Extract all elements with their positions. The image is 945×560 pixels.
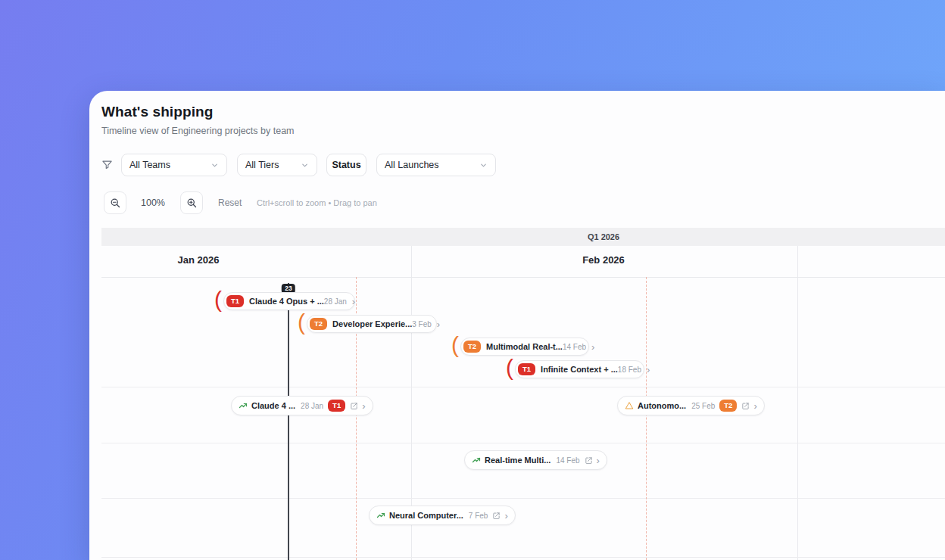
external-link-icon[interactable] — [492, 512, 501, 520]
launches-filter-value: All Launches — [385, 160, 439, 170]
chevron-down-icon — [211, 161, 219, 170]
project-bar[interactable]: T2 Developer Experie... 3 Feb › — [307, 315, 437, 333]
row-divider — [101, 443, 945, 443]
project-bar-row: ( T2 Developer Experie... 3 Feb › — [298, 315, 437, 333]
project-date: 18 Feb — [618, 366, 641, 374]
tiers-filter-select[interactable]: All Tiers — [237, 154, 317, 176]
chevron-right-icon: › — [647, 365, 650, 375]
zoom-out-button[interactable] — [104, 191, 126, 214]
chevron-down-icon — [301, 161, 309, 170]
timeline-canvas[interactable]: Q1 2026 Jan 2026 Feb 2026 23 ( T1 Claude… — [101, 228, 945, 560]
project-bar-row: ( T1 Claude 4 Opus + ... 28 Jan › — [214, 292, 355, 310]
quarter-label: Q1 2026 — [588, 232, 619, 241]
tier-badge: T1 — [328, 400, 345, 412]
status-filter-button[interactable]: Status — [326, 154, 366, 176]
launch-title: Real-time Multi... — [485, 456, 550, 465]
chevron-right-icon: › — [362, 401, 365, 411]
trending-up-icon — [376, 511, 385, 520]
tier-badge: T2 — [310, 318, 327, 330]
project-bar[interactable]: T1 Claude 4 Opus + ... 28 Jan › — [223, 292, 355, 310]
chevron-right-icon: › — [597, 456, 600, 465]
launches-filter-select[interactable]: All Launches — [376, 154, 496, 176]
quarter-header-band: Q1 2026 — [101, 228, 945, 246]
tier-badge: T1 — [518, 363, 535, 375]
zoom-toolbar: 100% Reset Ctrl+scroll to zoom • Drag to… — [89, 191, 945, 214]
external-link-icon[interactable] — [585, 456, 593, 465]
project-bar[interactable]: T1 Infinite Context + ... 18 Feb › — [515, 360, 644, 378]
project-title: Developer Experie... — [332, 319, 412, 328]
tiers-filter-value: All Tiers — [245, 160, 279, 170]
external-link-icon[interactable] — [741, 402, 750, 410]
teams-filter-select[interactable]: All Teams — [121, 154, 227, 176]
launch-title: Neural Computer... — [389, 511, 463, 520]
external-link-icon[interactable] — [350, 402, 358, 410]
bar-start-bracket-icon: ( — [298, 314, 305, 331]
project-title: Claude 4 Opus + ... — [249, 297, 324, 306]
chevron-down-icon — [479, 161, 488, 170]
chevron-right-icon: › — [352, 297, 355, 306]
chevron-right-icon: › — [591, 342, 594, 352]
launch-date: 25 Feb — [691, 402, 715, 410]
tier-badge: T1 — [226, 295, 244, 307]
teams-filter-value: All Teams — [129, 160, 170, 170]
warning-icon — [625, 401, 634, 410]
project-date: 14 Feb — [563, 343, 586, 351]
magnifier-plus-icon — [186, 198, 198, 209]
chevron-right-icon: › — [504, 511, 507, 521]
chevron-right-icon: › — [753, 401, 756, 411]
today-marker-line — [288, 283, 289, 560]
page-subtitle: Timeline view of Engineering projects by… — [101, 126, 295, 136]
tier-badge: T2 — [463, 341, 481, 353]
row-divider — [101, 387, 945, 387]
launch-item[interactable]: Neural Computer... 7 Feb › — [369, 506, 516, 525]
filter-funnel-icon — [101, 159, 113, 170]
launch-title: Claude 4 ... — [251, 401, 295, 410]
project-bar[interactable]: T2 Multimodal Real-t... 14 Feb › — [460, 338, 589, 356]
project-bar-row: ( T2 Multimodal Real-t... 14 Feb › — [451, 338, 589, 356]
launch-item[interactable]: Claude 4 ... 28 Jan T1 › — [231, 396, 373, 415]
filter-bar: All Teams All Tiers Status All Launches — [89, 154, 945, 176]
pan-zoom-hint: Ctrl+scroll to zoom • Drag to pan — [257, 198, 377, 207]
month-label-feb: Feb 2026 — [582, 254, 625, 266]
bar-start-bracket-icon: ( — [451, 337, 459, 353]
zoom-level-value: 100% — [132, 198, 174, 208]
row-divider — [101, 498, 945, 499]
tier-badge: T2 — [719, 400, 737, 412]
launch-title: Autonomo... — [638, 401, 686, 410]
bar-start-bracket-icon: ( — [506, 359, 513, 376]
project-date: 3 Feb — [412, 320, 432, 328]
launch-date: 28 Jan — [301, 402, 323, 410]
month-label-jan: Jan 2026 — [178, 254, 220, 266]
month-gridline — [797, 246, 798, 560]
launch-date-marker-line — [646, 277, 647, 560]
bar-start-bracket-icon: ( — [214, 291, 222, 308]
trending-up-icon — [239, 401, 248, 410]
project-title: Multimodal Real-t... — [486, 342, 563, 351]
project-date: 28 Jan — [324, 297, 347, 306]
launch-date: 14 Feb — [556, 456, 579, 465]
whats-shipping-panel: What's shipping Timeline view of Enginee… — [89, 91, 945, 560]
reset-zoom-button[interactable]: Reset — [218, 198, 242, 208]
chevron-right-icon: › — [437, 319, 440, 329]
page-title: What's shipping — [101, 104, 213, 120]
launch-item[interactable]: Real-time Multi... 14 Feb › — [464, 450, 607, 470]
header-divider — [101, 277, 945, 278]
launch-item[interactable]: Autonomo... 25 Feb T2 › — [617, 396, 765, 415]
project-title: Infinite Context + ... — [541, 365, 618, 374]
magnifier-minus-icon — [110, 198, 121, 209]
zoom-in-button[interactable] — [180, 191, 203, 214]
row-divider — [101, 557, 945, 558]
status-filter-label: Status — [332, 160, 360, 170]
trending-up-icon — [472, 456, 481, 465]
launch-date: 7 Feb — [469, 512, 488, 520]
project-bar-row: ( T1 Infinite Context + ... 18 Feb › — [506, 360, 644, 378]
